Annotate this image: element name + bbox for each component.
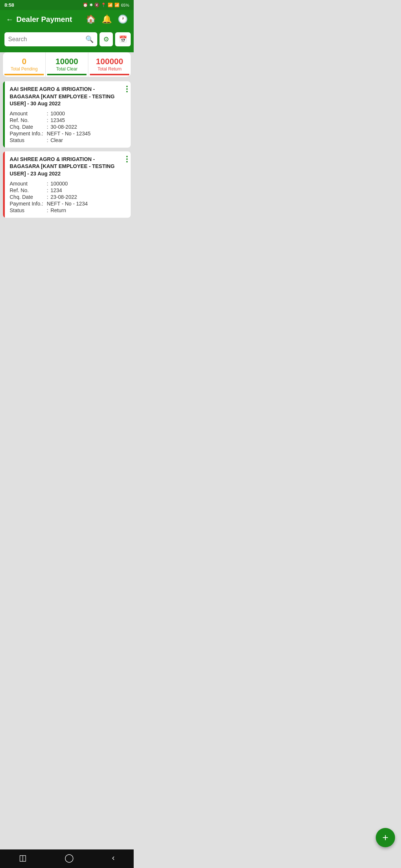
card-border-2	[3, 151, 5, 218]
ref-label-1: Ref. No.	[10, 117, 47, 123]
page-title: Dealer Payment	[16, 15, 72, 24]
clear-bar-line	[47, 74, 87, 75]
status-icons: ⏰ ✱ 🔇 📍 📶 📶 65%	[83, 3, 129, 7]
status-value-2: Return	[50, 207, 66, 213]
bluetooth-icon: ✱	[89, 3, 93, 7]
back-button[interactable]: ←	[6, 15, 13, 24]
field-ref-2: Ref. No. : 1234	[10, 187, 126, 193]
summary-clear: 10000 Total Clear	[46, 52, 88, 77]
pending-label: Total Pending	[4, 66, 44, 72]
notification-icon[interactable]: 🔔	[102, 14, 112, 24]
status-value-1: Clear	[50, 137, 63, 143]
history-icon[interactable]: 🕐	[118, 14, 128, 24]
info-value-1: NEFT - No - 12345	[47, 131, 91, 137]
date-value-2: 23-08-2022	[50, 194, 77, 200]
field-status-1: Status : Clear	[10, 137, 126, 143]
filter-button[interactable]: ⚙	[100, 32, 113, 46]
dot-5	[126, 158, 128, 160]
date-label-1: Chq. Date	[10, 124, 47, 130]
search-input-wrap[interactable]: 🔍	[4, 32, 97, 46]
search-section: 🔍 ⚙ 📅	[0, 29, 134, 52]
location-icon: 📍	[101, 3, 106, 7]
amount-value-1: 10000	[50, 111, 65, 116]
field-date-2: Chq. Date : 23-08-2022	[10, 194, 126, 200]
date-value-1: 30-08-2022	[50, 124, 77, 130]
filter-icon: ⚙	[103, 35, 109, 43]
main-content: AAI SHREE AGRO & IRRIGATION - BAGASARA […	[0, 77, 134, 222]
field-info-2: Payment Info.: NEFT - No - 1234	[10, 201, 126, 207]
wifi-icon: 📶	[108, 3, 113, 7]
info-label-1: Payment Info.:	[10, 131, 47, 137]
amount-label-2: Amount	[10, 181, 47, 187]
date-label-2: Chq. Date	[10, 194, 47, 200]
ref-label-2: Ref. No.	[10, 187, 47, 193]
card-title-2: AAI SHREE AGRO & IRRIGATION - BAGASARA […	[10, 156, 126, 178]
status-label-2: Status	[10, 207, 47, 213]
status-time: 8:58	[4, 2, 14, 8]
dot-6	[126, 161, 128, 162]
ref-value-2: 1234	[50, 187, 62, 193]
clear-value: 10000	[47, 57, 87, 66]
search-input[interactable]	[8, 36, 82, 43]
search-icon: 🔍	[85, 35, 94, 43]
mute-icon: 🔇	[94, 3, 100, 7]
pending-value: 0	[4, 57, 44, 66]
return-label: Total Return	[90, 66, 129, 72]
card-menu-btn-2[interactable]	[126, 156, 128, 162]
summary-bar: 0 Total Pending 10000 Total Clear 100000…	[3, 52, 131, 77]
summary-return: 100000 Total Return	[88, 52, 131, 77]
card-fields-2: Amount : 100000 Ref. No. : 1234 Chq. Dat…	[10, 181, 126, 213]
header-left: ← Dealer Payment	[6, 15, 72, 24]
field-amount-1: Amount : 10000	[10, 111, 126, 116]
card-menu-btn-1[interactable]	[126, 86, 128, 92]
return-bar-line	[90, 74, 129, 75]
status-label-1: Status	[10, 137, 47, 143]
field-ref-1: Ref. No. : 12345	[10, 117, 126, 123]
card-content-2: AAI SHREE AGRO & IRRIGATION - BAGASARA […	[3, 151, 131, 218]
battery-label: 65%	[121, 3, 129, 7]
card-border-1	[3, 81, 5, 148]
dot-1	[126, 86, 128, 87]
amount-label-1: Amount	[10, 111, 47, 116]
header: ← Dealer Payment 🏠 🔔 🕐	[0, 10, 134, 29]
field-date-1: Chq. Date : 30-08-2022	[10, 124, 126, 130]
card-fields-1: Amount : 10000 Ref. No. : 12345 Chq. Dat…	[10, 111, 126, 143]
search-row: 🔍 ⚙ 📅	[4, 32, 129, 46]
home-icon[interactable]: 🏠	[86, 14, 96, 24]
status-bar: 8:58 ⏰ ✱ 🔇 📍 📶 📶 65%	[0, 0, 134, 10]
amount-value-2: 100000	[50, 181, 68, 187]
calendar-icon: 📅	[119, 35, 127, 43]
pending-bar-line	[4, 74, 44, 75]
payment-card-1: AAI SHREE AGRO & IRRIGATION - BAGASARA […	[3, 81, 131, 148]
ref-value-1: 12345	[50, 117, 65, 123]
dot-2	[126, 88, 128, 90]
info-value-2: NEFT - No - 1234	[47, 201, 88, 207]
card-title-1: AAI SHREE AGRO & IRRIGATION - BAGASARA […	[10, 86, 126, 108]
field-status-2: Status : Return	[10, 207, 126, 213]
alarm-icon: ⏰	[83, 3, 88, 7]
field-amount-2: Amount : 100000	[10, 181, 126, 187]
payment-card-2: AAI SHREE AGRO & IRRIGATION - BAGASARA […	[3, 151, 131, 218]
dot-4	[126, 156, 128, 157]
clear-label: Total Clear	[47, 66, 87, 72]
signal-icon: 📶	[114, 3, 120, 7]
info-label-2: Payment Info.:	[10, 201, 47, 207]
calendar-button[interactable]: 📅	[115, 32, 131, 46]
dot-3	[126, 91, 128, 92]
return-value: 100000	[90, 57, 129, 66]
field-info-1: Payment Info.: NEFT - No - 12345	[10, 131, 126, 137]
summary-pending: 0 Total Pending	[3, 52, 46, 77]
header-right: 🏠 🔔 🕐	[86, 14, 128, 24]
card-content-1: AAI SHREE AGRO & IRRIGATION - BAGASARA […	[3, 81, 131, 148]
